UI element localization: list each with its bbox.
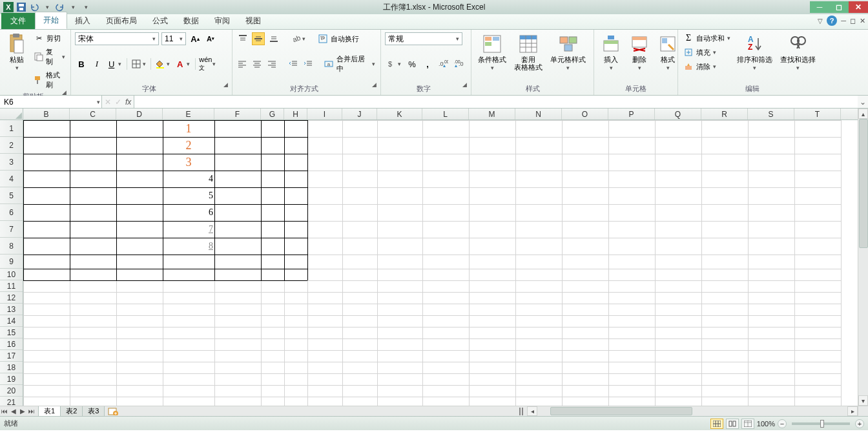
italic-button[interactable]: I (90, 57, 103, 70)
row-header[interactable]: 1 (0, 120, 23, 137)
tab-insert[interactable]: 插入 (67, 13, 98, 29)
zoom-level[interactable]: 100% (757, 420, 775, 428)
column-header[interactable]: C (70, 109, 116, 120)
column-header[interactable]: J (342, 109, 377, 120)
row-header[interactable]: 20 (0, 385, 23, 397)
number-launcher-icon[interactable]: ◢ (462, 81, 467, 94)
minimize-button[interactable]: ─ (810, 1, 829, 13)
column-header[interactable]: T (794, 109, 841, 120)
cell-value[interactable]: 1 (164, 120, 213, 137)
merge-center-button[interactable]: a合并后居中▾ (323, 54, 377, 74)
align-right-icon[interactable] (266, 57, 278, 70)
vertical-scrollbar[interactable]: ▴ ▾ (858, 109, 868, 406)
comma-format-icon[interactable]: , (421, 57, 434, 70)
cell-value[interactable]: 2 (164, 137, 213, 154)
row-header[interactable]: 2 (0, 137, 23, 154)
paste-button[interactable]: 粘贴▾ (4, 32, 30, 73)
redo-dropdown-icon[interactable]: ▾ (67, 1, 79, 13)
column-header[interactable]: M (469, 109, 515, 120)
save-icon[interactable] (16, 1, 27, 13)
row-header[interactable]: 8 (0, 238, 23, 255)
font-size-combo[interactable]: 11▾ (161, 32, 186, 45)
find-select-button[interactable]: 查找和选择▾ (778, 32, 818, 73)
row-header[interactable]: 5 (0, 187, 23, 204)
percent-format-icon[interactable]: % (406, 57, 418, 70)
scroll-up-icon[interactable]: ▴ (858, 109, 868, 119)
column-header[interactable]: F (214, 109, 261, 120)
zoom-out-button[interactable]: − (778, 419, 787, 428)
autosum-button[interactable]: Σ自动求和▾ (682, 32, 732, 44)
page-layout-view-button[interactable] (726, 419, 739, 429)
name-box[interactable]: K6▾ (0, 96, 102, 108)
expand-formula-bar-icon[interactable]: ⌄ (858, 96, 868, 108)
conditional-format-button[interactable]: 条件格式▾ (475, 32, 509, 73)
format-cells-button[interactable]: 格式▾ (655, 32, 681, 73)
tab-review[interactable]: 审阅 (207, 13, 238, 29)
tab-data[interactable]: 数据 (176, 13, 207, 29)
fill-button[interactable]: 填充▾ (682, 47, 732, 58)
sheet-nav-button[interactable]: ⏮ (0, 407, 9, 416)
column-header[interactable]: H (284, 109, 307, 120)
minimize-ribbon-icon[interactable]: ▽ (818, 17, 823, 25)
cell-value[interactable]: 6 (164, 204, 213, 221)
cell-value[interactable]: 3 (164, 154, 213, 171)
bold-button[interactable]: B (75, 57, 88, 70)
sheet-tab[interactable]: 表3 (82, 406, 105, 417)
orientation-icon[interactable]: ab▾ (289, 32, 307, 45)
zoom-slider-thumb[interactable] (820, 420, 824, 428)
clear-button[interactable]: 清除▾ (682, 61, 732, 72)
tab-file[interactable]: 文件 (1, 13, 35, 29)
scroll-right-icon[interactable]: ▸ (847, 406, 858, 416)
underline-button[interactable]: U▾ (106, 57, 124, 70)
row-header[interactable]: 6 (0, 204, 23, 221)
formula-input[interactable] (134, 96, 858, 108)
cell-value[interactable]: 4 (164, 171, 213, 187)
column-header[interactable]: O (562, 109, 608, 120)
sheet-tab[interactable]: 表2 (60, 406, 83, 417)
select-all-corner[interactable] (0, 109, 23, 120)
cell-value[interactable]: 5 (164, 187, 213, 204)
vscroll-thumb[interactable] (859, 119, 868, 248)
cancel-formula-icon[interactable]: ✕ (105, 98, 111, 107)
cell-styles-button[interactable]: 单元格样式▾ (548, 32, 588, 73)
font-launcher-icon[interactable]: ◢ (223, 81, 228, 94)
page-break-view-button[interactable] (741, 419, 754, 429)
hscroll-thumb[interactable] (550, 407, 692, 415)
sheet-nav-button[interactable]: ▶ (18, 407, 27, 416)
row-header[interactable]: 16 (0, 338, 23, 350)
new-sheet-button[interactable] (107, 407, 119, 416)
copy-button[interactable]: 复制▾ (32, 47, 67, 67)
tab-home[interactable]: 开始 (35, 12, 67, 29)
tab-page-layout[interactable]: 页面布局 (98, 13, 145, 29)
column-header[interactable]: I (307, 109, 342, 120)
delete-cells-button[interactable]: 删除▾ (626, 32, 652, 73)
decrease-indent-icon[interactable] (287, 57, 299, 70)
row-header[interactable]: 11 (0, 280, 23, 292)
column-header[interactable]: Q (655, 109, 701, 120)
sheet-tab[interactable]: 表1 (38, 406, 61, 417)
accounting-format-icon[interactable]: $▾ (385, 57, 403, 70)
align-bottom-icon[interactable] (267, 32, 280, 45)
row-header[interactable]: 13 (0, 304, 23, 315)
normal-view-button[interactable] (710, 419, 723, 429)
row-header[interactable]: 4 (0, 171, 23, 187)
row-header[interactable]: 10 (0, 269, 23, 280)
column-header[interactable]: B (23, 109, 70, 120)
window-minimize-icon[interactable]: ─ (841, 17, 846, 25)
phonetic-button[interactable]: wén文▾ (198, 57, 216, 70)
help-icon[interactable]: ? (827, 16, 837, 26)
borders-button[interactable]: ▾ (130, 57, 148, 70)
align-middle-icon[interactable] (252, 32, 265, 45)
sheet-nav-button[interactable]: ◀ (9, 407, 18, 416)
format-table-button[interactable]: 套用 表格格式 (512, 32, 545, 72)
row-header[interactable]: 14 (0, 315, 23, 327)
alignment-launcher-icon[interactable]: ◢ (372, 81, 377, 94)
align-top-icon[interactable] (236, 32, 249, 45)
cut-button[interactable]: ✂剪切 (32, 32, 67, 44)
align-center-icon[interactable] (251, 57, 264, 70)
increase-indent-icon[interactable] (302, 57, 314, 70)
decrease-font-icon[interactable]: A▾ (204, 32, 217, 45)
window-restore-icon[interactable]: ◻ (850, 17, 856, 25)
column-header[interactable]: E (163, 109, 214, 120)
increase-decimal-icon[interactable]: .0.00 (437, 57, 450, 70)
